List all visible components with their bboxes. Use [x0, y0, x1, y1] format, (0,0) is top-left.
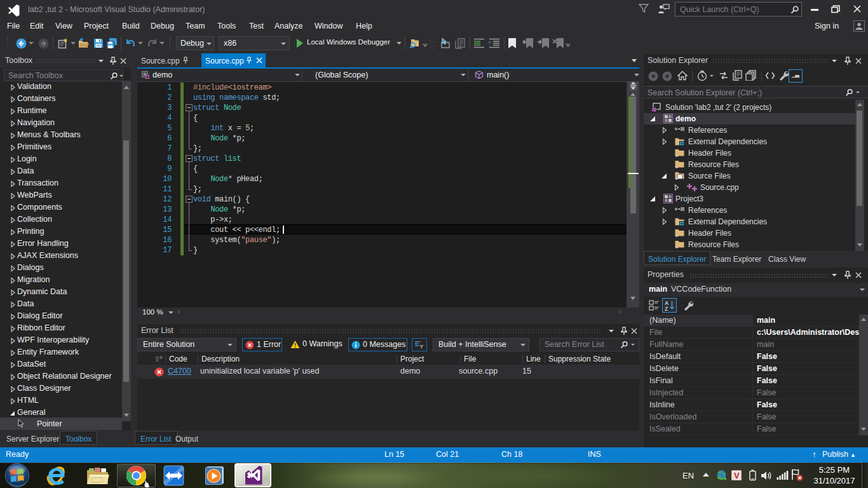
svg-text:?: ?: [488, 40, 491, 46]
svg-text:Z: Z: [665, 306, 668, 311]
